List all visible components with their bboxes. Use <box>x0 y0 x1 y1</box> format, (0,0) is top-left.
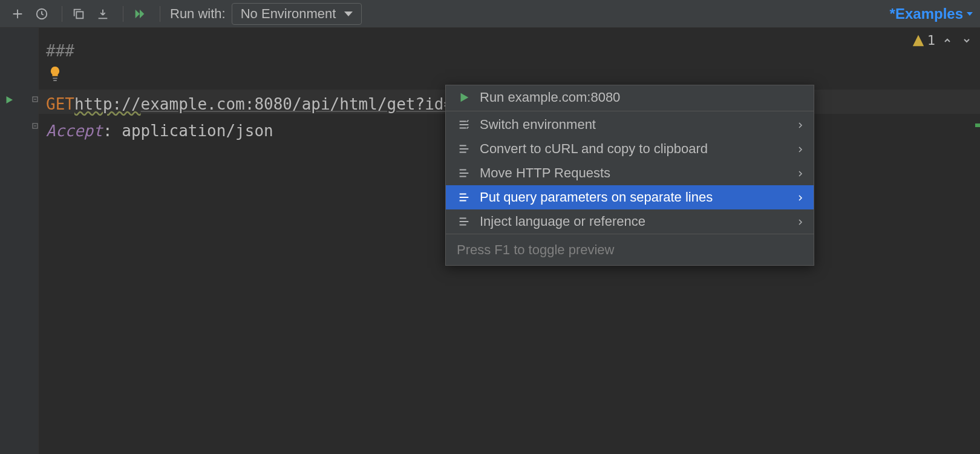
chevron-down-icon <box>967 12 973 16</box>
code-line: ### <box>46 38 980 64</box>
menu-item-label: Run example.com:8080 <box>480 90 620 105</box>
chevron-down-icon <box>344 12 353 16</box>
warning-indicator[interactable]: 1 <box>912 33 935 48</box>
svg-rect-4 <box>53 77 57 79</box>
chevron-right-icon <box>797 214 804 229</box>
edit-icon <box>456 142 472 156</box>
menu-item-convert-curl[interactable]: Convert to cURL and copy to clipboard <box>446 137 814 161</box>
chevron-right-icon <box>797 117 804 133</box>
fold-marker-icon[interactable] <box>31 122 39 130</box>
edit-icon <box>456 166 472 180</box>
menu-footer: Press F1 to toggle preview <box>446 234 814 265</box>
menu-item-label: Move HTTP Requests <box>480 165 610 181</box>
edit-icon <box>456 191 472 204</box>
separator <box>160 6 160 22</box>
menu-item-switch-env[interactable]: Switch environment <box>446 113 814 137</box>
menu-item-label: Convert to cURL and copy to clipboard <box>480 141 708 157</box>
edit-icon <box>456 118 472 131</box>
header-name: Accept <box>46 122 103 140</box>
separator <box>123 6 123 22</box>
context-menu: Run example.com:8080 Switch environment … <box>445 85 814 266</box>
header-value: application/json <box>122 122 273 140</box>
svg-rect-1 <box>76 12 83 18</box>
menu-item-move-requests[interactable]: Move HTTP Requests <box>446 161 814 185</box>
prev-highlight-icon[interactable] <box>940 33 955 48</box>
import-icon[interactable] <box>93 4 113 24</box>
editor-status: 1 <box>912 33 974 48</box>
separator <box>62 6 62 22</box>
fold-marker-icon[interactable] <box>31 96 39 103</box>
run-icon <box>456 91 472 104</box>
http-method: GET <box>46 95 74 113</box>
url-scheme: http:// <box>74 95 141 113</box>
copy-icon[interactable] <box>68 4 89 24</box>
examples-link[interactable]: *Examples <box>890 5 973 22</box>
menu-item-run[interactable]: Run example.com:8080 <box>446 85 814 110</box>
environment-select[interactable]: No Environment <box>232 3 362 25</box>
examples-link-text: *Examples <box>890 5 963 22</box>
menu-item-label: Switch environment <box>480 117 596 133</box>
run-all-icon[interactable] <box>129 4 150 24</box>
menu-item-put-query-params[interactable]: Put query parameters on separate lines <box>446 185 814 209</box>
chevron-right-icon <box>797 189 804 205</box>
gutter <box>0 28 39 454</box>
request-separator: ### <box>46 42 74 60</box>
menu-item-label: Inject language or reference <box>480 214 645 229</box>
menu-item-label: Put query parameters on separate lines <box>480 189 713 205</box>
menu-footer-text: Press F1 to toggle preview <box>457 242 614 258</box>
environment-value: No Environment <box>241 6 336 22</box>
toolbar: Run with: No Environment *Examples <box>0 0 980 28</box>
header-sep: : <box>103 122 122 140</box>
history-icon[interactable] <box>31 4 52 24</box>
intention-bulb-icon[interactable] <box>48 65 62 86</box>
svg-rect-5 <box>53 80 57 81</box>
gutter-run-icon[interactable] <box>4 94 15 108</box>
next-highlight-icon[interactable] <box>959 33 974 48</box>
add-icon[interactable] <box>7 4 28 24</box>
warning-count: 1 <box>927 33 935 48</box>
scrollbar-marker <box>975 123 980 127</box>
edit-icon <box>456 215 472 228</box>
chevron-right-icon <box>797 165 804 181</box>
runwith-label: Run with: <box>170 6 226 22</box>
menu-divider <box>446 111 814 111</box>
chevron-right-icon <box>797 141 804 157</box>
menu-item-inject-language[interactable]: Inject language or reference <box>446 209 814 234</box>
